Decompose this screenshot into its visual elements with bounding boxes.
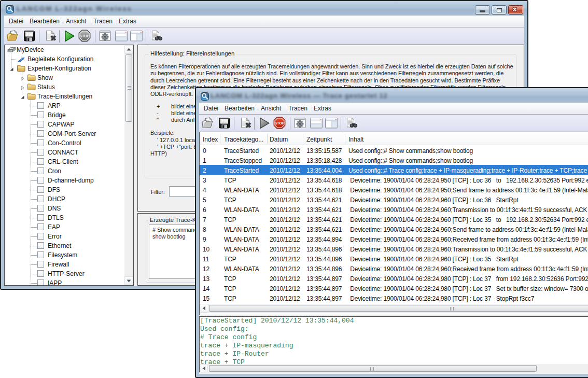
svg-text:STOP: STOP — [275, 121, 285, 125]
svg-text:STOP: STOP — [80, 34, 90, 38]
